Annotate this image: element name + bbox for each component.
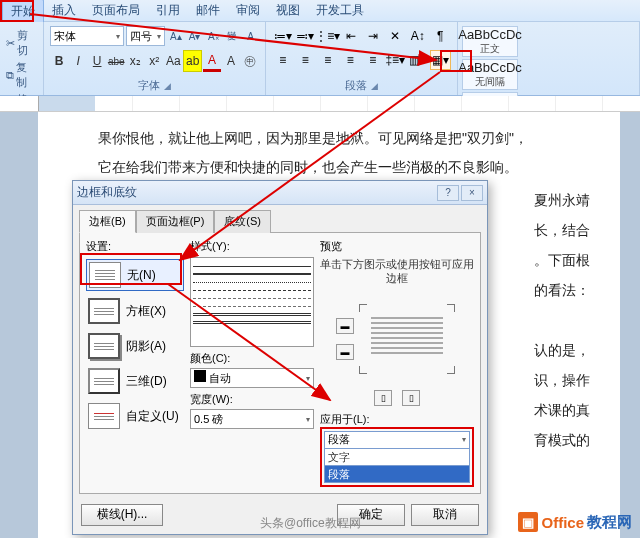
char-shading-button[interactable]: A: [222, 50, 240, 72]
chevron-down-icon: ▾: [462, 435, 466, 444]
multilevel-button[interactable]: ⋮≡▾: [317, 26, 339, 46]
bold-button[interactable]: B: [50, 50, 68, 72]
menu-home[interactable]: 开始: [2, 0, 44, 23]
menu-references[interactable]: 引用: [148, 0, 188, 22]
setting-shadow[interactable]: 阴影(A): [86, 331, 184, 361]
dialog-title: 边框和底纹: [77, 184, 137, 201]
justify-button[interactable]: ≡: [340, 50, 362, 70]
distributed-button[interactable]: ≡: [362, 50, 384, 70]
apply-option-text[interactable]: 文字: [324, 449, 470, 466]
border-button[interactable]: ▦▾: [430, 50, 452, 70]
highlight-button[interactable]: ab: [183, 50, 201, 72]
increase-indent-button[interactable]: ⇥: [362, 26, 383, 46]
font-name-select[interactable]: 宋体▾: [50, 26, 124, 46]
italic-button[interactable]: I: [69, 50, 87, 72]
tab-border[interactable]: 边框(B): [79, 210, 136, 233]
horizontal-line-button[interactable]: 横线(H)...: [81, 504, 163, 526]
chevron-down-icon: ▾: [306, 374, 310, 383]
preview-label: 预览: [320, 239, 474, 254]
style-label: 样式(Y):: [190, 239, 314, 254]
enclose-char-button[interactable]: ㊥: [241, 50, 259, 72]
align-right-button[interactable]: ≡: [317, 50, 339, 70]
strike-button[interactable]: abe: [107, 50, 125, 72]
align-center-button[interactable]: ≡: [295, 50, 317, 70]
bullets-button[interactable]: ≔▾: [272, 26, 293, 46]
setting-box[interactable]: 方框(X): [86, 296, 184, 326]
menu-insert[interactable]: 插入: [44, 0, 84, 22]
tab-shading[interactable]: 底纹(S): [214, 210, 271, 233]
preview-hint: 单击下方图示或使用按钮可应用边框: [320, 257, 474, 286]
borders-shading-dialog: 边框和底纹 ? × 边框(B) 页面边框(P) 底纹(S) 设置: 无(N) 方…: [72, 180, 488, 535]
menu-review[interactable]: 审阅: [228, 0, 268, 22]
scissors-icon: ✂: [6, 37, 15, 50]
align-left-button[interactable]: ≡: [272, 50, 294, 70]
body-text: 它在给我们带来方便和快捷的同时，也会产生一些消极的不良影响。: [98, 153, 590, 182]
change-case-button[interactable]: Aa: [164, 50, 182, 72]
clipboard-group: ✂剪切 ⧉复制 ✎格式刷 贴板: [0, 22, 44, 95]
border-right-button[interactable]: ▯: [402, 390, 420, 406]
footer-credit: 头条@office教程网: [260, 515, 361, 532]
menu-view[interactable]: 视图: [268, 0, 308, 22]
grow-font-button[interactable]: A▴: [167, 27, 184, 45]
border-top-button[interactable]: ▬: [336, 318, 354, 334]
settings-label: 设置:: [86, 239, 184, 254]
chevron-down-icon: ▾: [157, 32, 161, 41]
style-normal[interactable]: AaBbCcDc正文: [462, 26, 518, 57]
watermark: ▣ Office教程网: [518, 512, 632, 532]
copy-icon: ⧉: [6, 69, 14, 82]
close-button[interactable]: ×: [461, 185, 483, 201]
show-marks-button[interactable]: ¶: [430, 26, 451, 46]
body-text: 术课的真: [534, 396, 590, 425]
ribbon: ✂剪切 ⧉复制 ✎格式刷 贴板 宋体▾ 四号▾ A▴ A▾ Aₓ 變 A B I…: [0, 22, 640, 96]
apply-to-select[interactable]: 段落▾: [324, 431, 470, 449]
font-color-button[interactable]: A: [203, 50, 221, 72]
body-text: 长，结合: [534, 216, 590, 245]
chevron-down-icon: ▾: [116, 32, 120, 41]
subscript-button[interactable]: x₂: [126, 50, 144, 72]
apply-option-paragraph[interactable]: 段落: [324, 466, 470, 483]
width-label: 宽度(W):: [190, 392, 314, 407]
body-text: 认的是，: [534, 336, 590, 365]
ruler[interactable]: [0, 96, 640, 112]
copy-button[interactable]: ⧉复制: [6, 60, 37, 90]
dialog-launcher-icon[interactable]: ◢: [371, 81, 378, 91]
dialog-titlebar[interactable]: 边框和底纹 ? ×: [73, 181, 487, 205]
border-left-button[interactable]: ▯: [374, 390, 392, 406]
phonetic-guide-button[interactable]: 變: [224, 27, 241, 45]
help-button[interactable]: ?: [437, 185, 459, 201]
cut-button[interactable]: ✂剪切: [6, 28, 37, 58]
body-text: 的看法：: [534, 276, 590, 305]
menu-mail[interactable]: 邮件: [188, 0, 228, 22]
menu-developer[interactable]: 开发工具: [308, 0, 372, 22]
menu-layout[interactable]: 页面布局: [84, 0, 148, 22]
shrink-font-button[interactable]: A▾: [186, 27, 203, 45]
sort-button[interactable]: A↕: [407, 26, 428, 46]
char-border-button[interactable]: A: [242, 27, 259, 45]
underline-button[interactable]: U: [88, 50, 106, 72]
decrease-indent-button[interactable]: ⇤: [340, 26, 361, 46]
styles-group: AaBbCcDc正文 AaBbCcDc无间隔 AaBl标题 1: [458, 22, 640, 95]
body-text: 识，操作: [534, 366, 590, 395]
setting-3d[interactable]: 三维(D): [86, 366, 184, 396]
width-select[interactable]: 0.5 磅▾: [190, 409, 314, 429]
numbering-button[interactable]: ≕▾: [294, 26, 315, 46]
line-spacing-button[interactable]: ‡≡▾: [385, 50, 407, 70]
superscript-button[interactable]: x²: [145, 50, 163, 72]
clear-format-button[interactable]: Aₓ: [205, 27, 222, 45]
dialog-launcher-icon[interactable]: ◢: [164, 81, 171, 91]
text-direction-button[interactable]: ✕: [385, 26, 406, 46]
style-nospacing[interactable]: AaBbCcDc无间隔: [462, 59, 518, 90]
body-text: 。下面根: [534, 246, 590, 275]
font-group-label: 字体: [138, 79, 160, 91]
chevron-down-icon: ▾: [306, 415, 310, 424]
tab-page-border[interactable]: 页面边框(P): [136, 210, 215, 233]
setting-custom[interactable]: 自定义(U): [86, 401, 184, 431]
paragraph-group-label: 段落: [345, 79, 367, 91]
shading-button[interactable]: ▥▾: [407, 50, 429, 70]
style-listbox[interactable]: [190, 257, 314, 347]
border-bottom-button[interactable]: ▬: [336, 344, 354, 360]
setting-none[interactable]: 无(N): [86, 259, 184, 291]
font-size-select[interactable]: 四号▾: [126, 26, 165, 46]
cancel-button[interactable]: 取消: [411, 504, 479, 526]
color-select[interactable]: 自动▾: [190, 368, 314, 388]
